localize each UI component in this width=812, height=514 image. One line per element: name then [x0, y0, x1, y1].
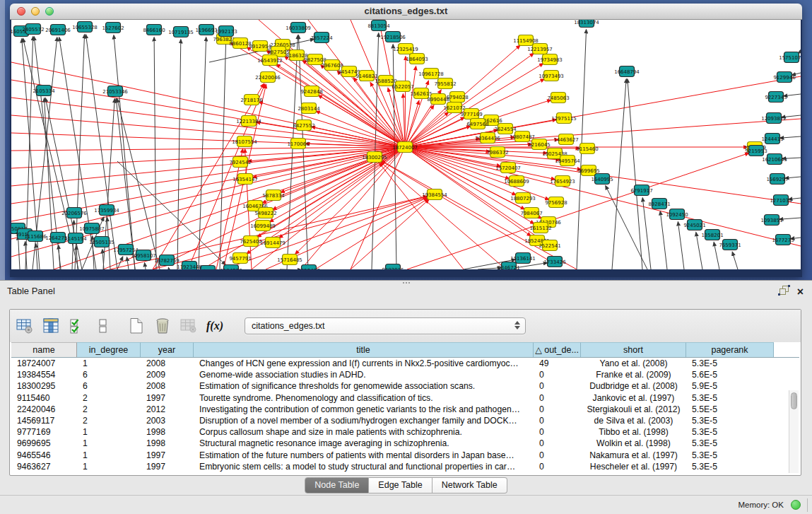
- graph-edge[interactable]: [18, 236, 20, 269]
- table-row[interactable]: 1872400712008Changes of HCN gene express…: [11, 358, 799, 369]
- table-cell[interactable]: 1997: [141, 450, 194, 461]
- table-cell[interactable]: Stergiakouli et al. (2012): [581, 404, 686, 415]
- column-header-out_de[interactable]: △ out_de...: [534, 342, 581, 357]
- table-cell[interactable]: 0: [534, 450, 581, 461]
- graph-edge[interactable]: [11, 147, 405, 186]
- graph-edge[interactable]: [380, 162, 506, 269]
- table-cell[interactable]: Yano et al. (2008): [581, 358, 686, 369]
- graph-edge[interactable]: [405, 53, 534, 147]
- table-cell[interactable]: 22420046: [11, 404, 77, 415]
- graph-edge[interactable]: [382, 160, 577, 269]
- table-cell[interactable]: Hescheler et al. (1997): [581, 461, 686, 472]
- table-row[interactable]: 911546021997Tourette syndrome. Phenomeno…: [11, 392, 799, 404]
- table-select-dropdown[interactable]: citations_edges.txt: [245, 317, 526, 334]
- table-cell[interactable]: 9465546: [11, 450, 77, 461]
- graph-edge[interactable]: [379, 163, 464, 269]
- table-row[interactable]: 1938455462009Genome-wide association stu…: [11, 369, 799, 380]
- table-cell[interactable]: Tibbo et al. (1998): [581, 426, 686, 438]
- function-builder-icon[interactable]: f(x): [206, 317, 224, 335]
- table-cell[interactable]: 5.5E-5: [686, 404, 774, 415]
- table-cell[interactable]: 5.9E-5: [686, 380, 774, 392]
- graph-edge[interactable]: [405, 147, 801, 246]
- graph-edge[interactable]: [696, 233, 702, 269]
- show-columns-icon[interactable]: [42, 317, 60, 335]
- table-cell[interactable]: 5.3E-5: [686, 358, 774, 369]
- unselect-all-columns-icon[interactable]: [94, 317, 112, 335]
- table-cell[interactable]: 5.3E-5: [686, 392, 774, 404]
- graph-edge[interactable]: [220, 39, 226, 269]
- graph-edge[interactable]: [678, 222, 684, 269]
- table-cell[interactable]: Embryonic stem cells: a model to study s…: [194, 461, 534, 472]
- table-cell[interactable]: 0: [534, 369, 581, 380]
- graph-edge[interactable]: [257, 122, 405, 147]
- table-cell[interactable]: 0: [534, 404, 581, 415]
- column-header-in_degree[interactable]: in_degree: [77, 342, 141, 357]
- graph-edge[interactable]: [59, 245, 60, 269]
- table-cell[interactable]: 1: [77, 461, 141, 472]
- graph-edge[interactable]: [145, 263, 146, 269]
- table-cell[interactable]: 0: [534, 415, 581, 426]
- graph-edge[interactable]: [117, 99, 160, 269]
- table-cell[interactable]: Wolkin et al. (1998): [581, 438, 686, 449]
- graph-edge[interactable]: [606, 186, 647, 269]
- table-cell[interactable]: 5.3E-5: [686, 438, 774, 449]
- window-titlebar[interactable]: citations_edges.txt: [10, 4, 802, 20]
- table-cell[interactable]: 1998: [141, 438, 194, 449]
- table-cell[interactable]: 9777169: [11, 426, 77, 438]
- table-cell[interactable]: 9115460: [11, 392, 77, 404]
- graph-edge[interactable]: [405, 57, 406, 147]
- table-cell[interactable]: Investigating the contribution of common…: [194, 404, 534, 415]
- panel-splitter-handle[interactable]: [402, 281, 411, 284]
- table-cell[interactable]: 1997: [141, 392, 194, 404]
- delete-columns-icon[interactable]: [153, 317, 172, 335]
- graph-edge[interactable]: [660, 211, 667, 269]
- minimize-window-button[interactable]: [31, 7, 40, 16]
- close-panel-icon[interactable]: ×: [797, 287, 804, 297]
- graph-edge[interactable]: [177, 40, 181, 269]
- table-cell[interactable]: 1: [77, 426, 141, 438]
- table-cell[interactable]: 5.3E-5: [686, 426, 774, 438]
- graph-edge[interactable]: [45, 98, 54, 269]
- table-cell[interactable]: 5.3E-5: [686, 450, 774, 461]
- graph-edge[interactable]: [259, 102, 405, 147]
- tab-edge-table[interactable]: Edge Table: [369, 477, 432, 493]
- table-cell[interactable]: 0: [534, 380, 581, 392]
- table-cell[interactable]: de Silva et al. (2003): [581, 415, 686, 426]
- table-row[interactable]: 1456911722003Disruption of a novel membe…: [11, 415, 799, 426]
- table-cell[interactable]: 0: [534, 461, 581, 472]
- graph-edge[interactable]: [36, 244, 37, 269]
- graph-edge[interactable]: [279, 147, 405, 238]
- table-cell[interactable]: Tourette syndrome. Phenomenology and cla…: [194, 392, 534, 404]
- column-header-title[interactable]: title: [194, 342, 534, 357]
- table-cell[interactable]: 2008: [141, 358, 194, 369]
- table-row[interactable]: 1830029562008Estimation of significance …: [11, 380, 799, 392]
- table-cell[interactable]: 5.3E-5: [686, 415, 774, 426]
- table-row[interactable]: 969969511998Structural magnetic resonanc…: [11, 438, 799, 449]
- table-cell[interactable]: 2008: [141, 380, 194, 392]
- table-cell[interactable]: 2: [77, 404, 141, 415]
- table-row[interactable]: 946362711997Embryonic stem cells: a mode…: [11, 461, 799, 472]
- column-header-year[interactable]: year: [141, 342, 194, 357]
- zoom-window-button[interactable]: [45, 7, 54, 16]
- table-cell[interactable]: Structural magnetic resonance image aver…: [194, 438, 534, 449]
- graph-edge[interactable]: [11, 115, 405, 147]
- graph-edge[interactable]: [642, 198, 651, 269]
- table-cell[interactable]: 1998: [141, 426, 194, 438]
- table-cell[interactable]: 6: [77, 380, 141, 392]
- graph-edge[interactable]: [405, 105, 434, 147]
- table-cell[interactable]: Estimation of significance thresholds fo…: [194, 380, 534, 392]
- table-cell[interactable]: Changes of HCN gene expression and I(f) …: [194, 358, 534, 369]
- new-column-icon[interactable]: [127, 317, 146, 335]
- graph-edge[interactable]: [612, 79, 626, 269]
- table-cell[interactable]: 14569117: [11, 415, 77, 426]
- graph-edge[interactable]: [114, 35, 135, 269]
- network-view-window[interactable]: citations_edges.txt 18724007796382288601…: [10, 4, 802, 277]
- table-cell[interactable]: Jankovic et al. (1997): [581, 392, 686, 404]
- table-cell[interactable]: Nakamura et al. (1997): [581, 450, 686, 461]
- tab-network-table[interactable]: Network Table: [433, 477, 507, 493]
- table-row[interactable]: 977716911998Corpus callosum shape and si…: [11, 426, 799, 438]
- table-cell[interactable]: 2003: [141, 415, 194, 426]
- table-cell[interactable]: 5.3E-5: [686, 461, 774, 472]
- table-cell[interactable]: 0: [534, 426, 581, 438]
- table-cell[interactable]: Genome-wide association studies in ADHD.: [194, 369, 534, 380]
